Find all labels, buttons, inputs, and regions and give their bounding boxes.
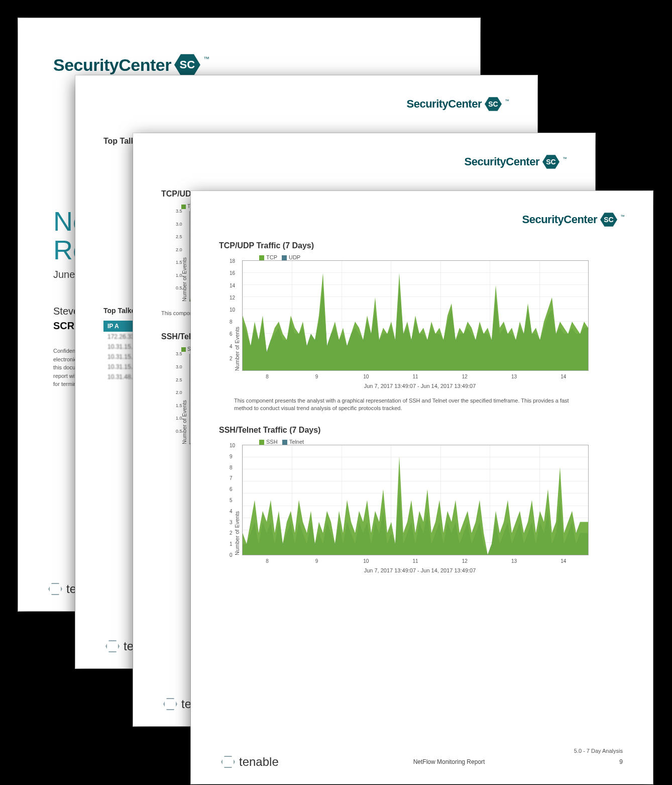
tenable-logo: tenable [221,755,279,769]
x-tick: 10 [363,558,369,564]
tenable-hex-icon [221,755,235,768]
securitycenter-logo: SecurityCenter SC ™ [464,154,567,169]
footer-page-number: 9 [619,758,623,765]
y-tick: 1.5 [176,260,182,265]
x-axis-label: Jun 7, 2017 13:49:07 - Jun 14, 2017 13:4… [234,383,606,389]
footer-report-title: NetFlow Monitoring Report [413,758,485,765]
x-axis-label: Jun 7, 2017 13:49:07 - Jun 14, 2017 13:4… [234,567,606,573]
y-tick: 2.5 [176,234,182,239]
x-tick: 8 [266,558,269,564]
y-tick: 10 [230,442,235,448]
y-tick: 2 [230,355,233,361]
chart-legend: SSH Telnet [259,439,606,445]
trademark-icon: ™ [203,55,209,62]
y-tick: 1 [230,541,233,547]
sc-badge-icon: SC [542,154,559,169]
y-tick: 1.0 [176,416,182,421]
x-tick: 12 [462,558,468,564]
y-axis-label: Number of Events [181,352,187,444]
x-tick: 8 [266,374,269,379]
y-tick: 5 [230,497,233,503]
y-tick: 4 [230,508,233,514]
tenable-hex-icon [105,640,120,653]
trademark-icon: ™ [505,99,509,104]
x-tick: 9 [315,558,318,564]
y-tick: 2.0 [176,247,182,252]
securitycenter-logo: SecurityCenter SC ™ [53,53,445,76]
y-axis-label: Number of Events [181,209,187,302]
y-tick: 2.0 [176,390,182,395]
tcp-udp-7d-chart: TCP UDP Number of Events 246810121416188… [234,254,606,389]
ssh-telnet-7d-chart: SSH Telnet Number of Events 012345678910… [234,439,606,573]
y-tick: 3 [230,519,233,525]
y-tick: 7 [230,475,233,481]
y-tick: 16 [230,270,235,276]
x-tick: 11 [412,558,418,564]
y-tick: 3.0 [176,222,182,227]
y-tick: 0.5 [176,429,182,434]
x-tick: 14 [561,558,566,564]
y-tick: 1.5 [176,403,182,408]
sc-badge-icon: SC [600,212,617,227]
y-axis-label: Number of Events [234,260,240,371]
x-tick: 11 [412,374,418,379]
y-tick: 3.5 [176,351,182,356]
y-tick: 14 [230,282,235,288]
sc-badge-icon: SC [174,53,200,76]
y-tick: 3.0 [176,364,182,369]
trademark-icon: ™ [563,156,567,161]
x-tick: 14 [561,374,566,379]
y-tick: 8 [230,464,233,470]
chart-title: SSH/Telnet Traffic (7 Days) [219,426,625,435]
y-tick: 2 [230,530,233,536]
y-tick: 3.5 [176,209,182,214]
trademark-icon: ™ [620,214,625,219]
x-tick: 12 [462,374,468,379]
x-tick: 13 [511,374,517,379]
sc-badge-icon: SC [485,96,502,112]
chart-title: TCP/UDP Traffic (7 Days) [219,241,625,250]
y-tick: 18 [230,258,235,264]
x-tick: 13 [511,558,517,564]
y-tick: 10 [230,307,235,312]
y-tick: 6 [230,486,233,492]
x-tick: 10 [363,374,369,379]
y-tick: 6 [230,331,233,337]
y-tick: 12 [230,295,235,300]
y-tick: 8 [230,319,233,325]
y-tick: 0 [230,552,233,557]
page-footer: tenable NetFlow Monitoring Report 9 [221,755,623,769]
tenable-hex-icon [163,698,177,711]
y-tick: 2.5 [176,377,182,382]
7day-traffic-page: SecurityCenter SC ™ TCP/UDP Traffic (7 D… [191,191,653,784]
page-section-note: 5.0 - 7 Day Analysis [574,748,623,754]
y-tick: 9 [230,453,233,459]
chart-legend: TCP UDP [259,254,606,260]
svg-marker-5 [243,273,588,370]
y-tick: 4 [230,343,233,349]
securitycenter-logo: SecurityCenter SC ™ [522,212,625,227]
x-tick: 9 [315,374,318,379]
tenable-hex-icon [48,582,62,596]
y-tick: 1.0 [176,273,182,278]
svg-marker-7 [243,456,588,555]
logo-text: SecurityCenter [53,55,171,75]
y-tick: 0.5 [176,285,182,290]
securitycenter-logo: SecurityCenter SC ™ [406,96,509,112]
y-axis-label: Number of Events [234,445,240,555]
chart-description: This component presents the analyst with… [234,397,576,413]
